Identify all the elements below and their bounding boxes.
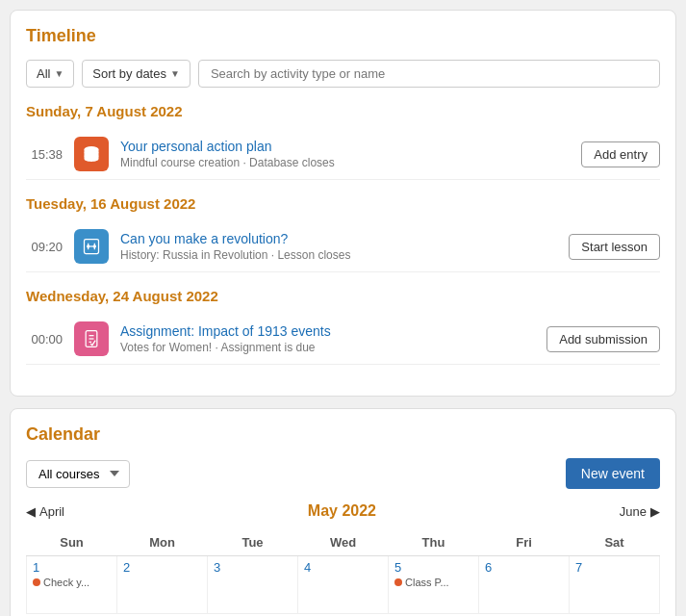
weekday-sat: Sat [570, 529, 660, 556]
calendar-event-check: Check y... [33, 577, 111, 588]
calendar-nav: ◀ April May 2022 June ▶ [26, 502, 660, 520]
entry-time-2: 09:20 [26, 240, 63, 254]
entry-icon-lesson [74, 229, 109, 264]
calendar-day-7[interactable]: 7 [570, 556, 660, 614]
calendar-day-5[interactable]: 5 Class P... [389, 556, 479, 614]
new-event-button[interactable]: New event [566, 458, 660, 489]
timeline-section-3: Wednesday, 24 August 2022 00:00 Assignme… [26, 288, 660, 365]
calendar-panel: Calendar All courses New event ◀ April M… [10, 408, 676, 616]
calendar-event-class: Class P... [394, 577, 472, 588]
add-submission-button[interactable]: Add submission [546, 326, 660, 352]
day-num-4: 4 [304, 560, 382, 575]
all-filter-label: All [37, 66, 50, 81]
weekday-mon: Mon [117, 529, 208, 556]
entry-icon-db [74, 137, 109, 171]
sort-dates-dropdown[interactable]: Sort by dates ▼ [82, 60, 191, 88]
calendar-day-6[interactable]: 6 [479, 556, 570, 614]
entry-action-1: Add entry [581, 141, 660, 167]
calendar-toolbar: All courses New event [26, 458, 660, 489]
timeline-date-3: Wednesday, 24 August 2022 [26, 288, 660, 308]
day-num-1: 1 [33, 560, 111, 575]
prev-arrow-icon: ◀ [26, 504, 36, 519]
timeline-title: Timeline [26, 26, 660, 46]
weekday-sun: Sun [27, 529, 117, 556]
timeline-date-2: Tuesday, 16 August 2022 [26, 195, 660, 216]
timeline-section-2: Tuesday, 16 August 2022 09:20 Can you ma… [26, 195, 660, 272]
weekday-fri: Fri [479, 529, 570, 556]
next-month-link[interactable]: June ▶ [620, 504, 660, 519]
entry-subtitle-1: Mindful course creation · Database close… [120, 156, 570, 169]
entry-icon-assignment [74, 321, 109, 356]
event-dot-orange-1 [33, 578, 40, 586]
event-label-class: Class P... [405, 577, 449, 588]
sort-dates-label: Sort by dates [92, 66, 166, 81]
entry-title-1[interactable]: Your personal action plan [120, 139, 570, 154]
entry-subtitle-2: History: Russia in Revolution · Lesson c… [120, 248, 557, 262]
calendar-month-title: May 2022 [308, 502, 376, 520]
day-num-6: 6 [485, 560, 563, 575]
calendar-title: Calendar [26, 424, 660, 445]
entry-info-2: Can you make a revolution? History: Russ… [120, 231, 557, 262]
timeline-entry-3: 00:00 Assignment: Impact of 1913 events … [26, 318, 660, 365]
calendar-day-2[interactable]: 2 [117, 556, 208, 614]
weekday-thu: Thu [389, 529, 479, 556]
calendar-day-1[interactable]: 1 Check y... [27, 556, 117, 614]
prev-month-link[interactable]: ◀ April [26, 504, 64, 519]
search-input[interactable] [198, 60, 660, 88]
day-num-3: 3 [214, 560, 292, 575]
all-filter-chevron-icon: ▼ [54, 68, 64, 79]
timeline-panel: Timeline All ▼ Sort by dates ▼ Sunday, 7… [10, 10, 676, 397]
calendar-day-3[interactable]: 3 [208, 556, 298, 614]
all-filter-dropdown[interactable]: All ▼ [26, 60, 74, 88]
entry-title-3[interactable]: Assignment: Impact of 1913 events [120, 323, 535, 339]
timeline-entry-1: 15:38 Your personal action plan Mindful … [26, 133, 660, 180]
entry-subtitle-3: Votes for Women! · Assignment is due [120, 341, 535, 354]
day-num-5: 5 [394, 560, 472, 575]
timeline-toolbar: All ▼ Sort by dates ▼ [26, 60, 660, 88]
entry-title-2[interactable]: Can you make a revolution? [120, 231, 557, 246]
timeline-section-1: Sunday, 7 August 2022 15:38 Your persona… [26, 103, 660, 180]
entry-time-1: 15:38 [26, 147, 63, 162]
calendar-header-row: Sun Mon Tue Wed Thu Fri Sat [27, 529, 660, 556]
add-entry-button[interactable]: Add entry [581, 141, 660, 167]
weekday-wed: Wed [298, 529, 389, 556]
next-arrow-icon: ▶ [650, 504, 660, 519]
entry-time-3: 00:00 [26, 332, 63, 346]
entry-info-1: Your personal action plan Mindful course… [120, 139, 570, 169]
prev-month-label: April [39, 504, 64, 519]
calendar-table: Sun Mon Tue Wed Thu Fri Sat 1 Check y... [26, 529, 660, 614]
timeline-date-1: Sunday, 7 August 2022 [26, 103, 660, 123]
sort-dates-chevron-icon: ▼ [170, 68, 180, 79]
calendar-week-1: 1 Check y... 2 3 4 5 [27, 556, 660, 614]
entry-info-3: Assignment: Impact of 1913 events Votes … [120, 323, 535, 354]
day-num-2: 2 [123, 560, 201, 575]
start-lesson-button[interactable]: Start lesson [569, 234, 660, 260]
event-dot-orange-5 [394, 578, 402, 586]
day-num-7: 7 [575, 560, 653, 575]
timeline-entry-2: 09:20 Can you make a revolution? History… [26, 225, 660, 272]
event-label-check: Check y... [43, 577, 89, 588]
entry-action-2: Start lesson [569, 234, 660, 260]
courses-select[interactable]: All courses [26, 460, 130, 488]
entry-action-3: Add submission [546, 326, 660, 352]
weekday-tue: Tue [208, 529, 298, 556]
calendar-day-4[interactable]: 4 [298, 556, 389, 614]
next-month-label: June [620, 504, 647, 519]
